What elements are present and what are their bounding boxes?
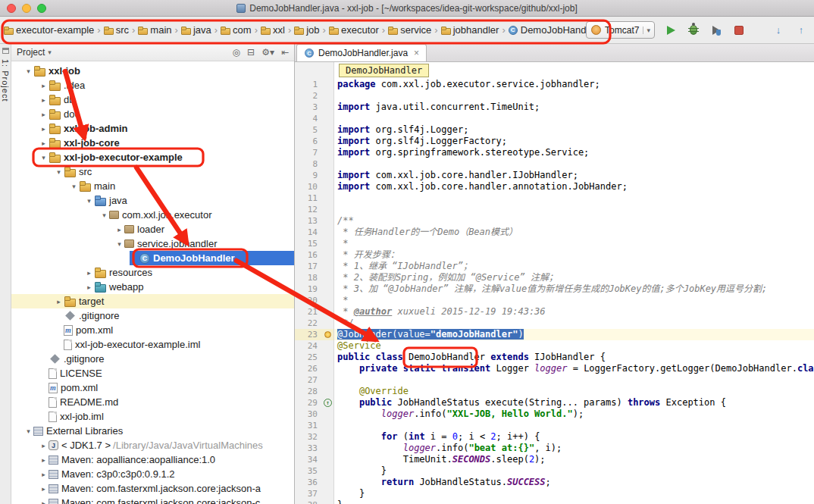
line-number[interactable]: 20 bbox=[295, 295, 322, 306]
code-line[interactable]: 24@Service bbox=[295, 340, 814, 352]
chevron-down-icon[interactable]: ▾ bbox=[48, 49, 52, 56]
project-panel-title[interactable]: Project bbox=[17, 47, 45, 58]
tab-demojobhandler[interactable]: C DemoJobHandler.java × bbox=[296, 44, 427, 61]
chevron-down-icon[interactable]: ▾ bbox=[23, 427, 33, 435]
close-icon[interactable]: × bbox=[414, 48, 419, 58]
code-line[interactable]: 14 * 任务Handler的一个Demo（Bean模式） bbox=[295, 227, 814, 238]
code-text[interactable]: * 3、加 “@JobHander” 注解，注解value值为新增任务生成的Jo… bbox=[334, 283, 814, 295]
line-number[interactable]: 16 bbox=[295, 249, 322, 261]
chevron-right-icon[interactable]: ▸ bbox=[39, 442, 49, 449]
code-text[interactable] bbox=[334, 204, 814, 215]
tree-item[interactable]: ▾com.xxl.job.executor bbox=[11, 208, 294, 222]
line-number[interactable]: 14 bbox=[295, 227, 322, 238]
line-number[interactable]: 28 bbox=[295, 386, 322, 397]
run-config-select[interactable]: Tomcat7 ▾ bbox=[586, 21, 655, 39]
breadcrumb-item[interactable]: executor bbox=[327, 23, 381, 37]
chevron-right-icon[interactable]: ▸ bbox=[39, 499, 49, 504]
line-number[interactable]: 35 bbox=[295, 465, 322, 477]
line-number[interactable]: 30 bbox=[295, 409, 322, 420]
code-text[interactable]: import org.slf4j.Logger; bbox=[334, 124, 814, 136]
hide-panel-icon[interactable]: ⇤ bbox=[281, 47, 289, 58]
code-line[interactable]: 25public class DemoJobHandler extends IJ… bbox=[295, 352, 814, 363]
breadcrumb-item[interactable]: main bbox=[136, 23, 174, 37]
line-number[interactable]: 22 bbox=[295, 318, 322, 329]
code-line[interactable]: 6import org.slf4j.LoggerFactory; bbox=[295, 136, 814, 147]
line-number[interactable]: 25 bbox=[295, 352, 322, 363]
line-number[interactable]: 27 bbox=[295, 374, 322, 386]
code-text[interactable]: * 1、继承 “IJobHandler”； bbox=[334, 261, 814, 272]
stop-button[interactable] bbox=[732, 23, 746, 37]
tree-item[interactable]: README.md bbox=[11, 395, 294, 409]
code-text[interactable]: @Service bbox=[334, 340, 814, 352]
code-text[interactable]: import org.slf4j.LoggerFactory; bbox=[334, 136, 814, 147]
code-line[interactable]: 10import com.xxl.job.core.handler.annota… bbox=[295, 181, 814, 193]
breadcrumb-item[interactable]: com bbox=[218, 23, 254, 37]
code-line[interactable]: 2 bbox=[295, 90, 814, 102]
line-number[interactable]: 18 bbox=[295, 272, 322, 283]
line-number[interactable]: 31 bbox=[295, 420, 322, 431]
code-text[interactable]: TimeUnit.SECONDS.sleep(2); bbox=[334, 454, 814, 465]
code-line[interactable]: 34 TimeUnit.SECONDS.sleep(2); bbox=[295, 454, 814, 465]
tree-item[interactable]: .gitignore bbox=[11, 308, 294, 323]
code-line[interactable]: 29↑ public JobHandleStatus execute(Strin… bbox=[295, 397, 814, 409]
code-text[interactable]: logger.info("XXL-JOB, Hello World."); bbox=[334, 409, 814, 420]
line-number[interactable]: 17 bbox=[295, 261, 322, 272]
code-text[interactable] bbox=[334, 90, 814, 102]
chevron-right-icon[interactable]: ▸ bbox=[84, 283, 94, 291]
coverage-button[interactable] bbox=[709, 23, 723, 37]
override-marker-icon[interactable]: ↑ bbox=[324, 399, 332, 407]
chevron-right-icon[interactable]: ▸ bbox=[114, 226, 124, 233]
vcs-update-button[interactable]: ↓ bbox=[772, 23, 785, 37]
editor[interactable]: DemoJobHandler 1package com.xxl.job.exec… bbox=[295, 62, 814, 504]
chevron-right-icon[interactable]: ▸ bbox=[39, 139, 49, 147]
code-line[interactable]: 9import com.xxl.job.core.handler.IJobHan… bbox=[295, 170, 814, 181]
breadcrumb-item[interactable]: executor-example bbox=[2, 23, 96, 37]
vcs-commit-button[interactable]: ↑ bbox=[794, 23, 808, 37]
line-number[interactable]: 24 bbox=[295, 340, 322, 352]
chevron-right-icon[interactable]: ▸ bbox=[39, 82, 49, 89]
tree-item[interactable]: xxl-job-executor-example.iml bbox=[11, 337, 294, 352]
tree-item[interactable]: ▾main bbox=[11, 179, 294, 193]
tree-item[interactable]: xxl-job.iml bbox=[11, 409, 294, 424]
code-line[interactable]: 4 bbox=[295, 113, 814, 124]
chevron-down-icon[interactable]: ▾ bbox=[114, 240, 124, 248]
tree-item[interactable]: ▸db bbox=[11, 92, 294, 107]
chevron-down-icon[interactable]: ▾ bbox=[69, 183, 79, 190]
tree-item[interactable]: mpom.xml bbox=[11, 323, 294, 337]
code-text[interactable]: */ bbox=[334, 318, 814, 329]
code-line[interactable]: 32 for (int i = 0; i < 2; i++) { bbox=[295, 431, 814, 443]
breadcrumb-item[interactable]: src bbox=[102, 23, 131, 37]
editor-breadcrumb-tag[interactable]: DemoJobHandler bbox=[339, 64, 429, 77]
code-line[interactable]: 36 return JobHandleStatus.SUCCESS; bbox=[295, 477, 814, 488]
code-text[interactable]: /** bbox=[334, 215, 814, 227]
breadcrumb-item[interactable]: java bbox=[179, 23, 214, 37]
chevron-down-icon[interactable]: ▾ bbox=[84, 197, 94, 205]
code-line[interactable]: 31 bbox=[295, 420, 814, 431]
code-text[interactable] bbox=[334, 193, 814, 204]
code-line[interactable]: 11 bbox=[295, 193, 814, 204]
line-number[interactable]: 37 bbox=[295, 488, 322, 499]
chevron-right-icon[interactable]: ▸ bbox=[39, 111, 49, 118]
chevron-right-icon[interactable]: ▸ bbox=[39, 456, 49, 464]
line-number[interactable]: 11 bbox=[295, 193, 322, 204]
debug-button[interactable] bbox=[687, 23, 700, 37]
tree-item[interactable]: ▸loader bbox=[11, 222, 294, 236]
line-number[interactable]: 21 bbox=[295, 306, 322, 318]
line-number[interactable]: 15 bbox=[295, 238, 322, 249]
code-text[interactable]: * 开发步骤： bbox=[334, 249, 814, 261]
chevron-down-icon[interactable]: ▾ bbox=[99, 211, 109, 219]
code-line[interactable]: 35 } bbox=[295, 465, 814, 477]
line-number[interactable]: 38 bbox=[295, 499, 322, 504]
chevron-right-icon[interactable]: ▸ bbox=[39, 471, 49, 478]
code-text[interactable]: import java.util.concurrent.TimeUnit; bbox=[334, 102, 814, 113]
line-number[interactable]: 3 bbox=[295, 102, 322, 113]
breadcrumb-item[interactable]: job bbox=[292, 23, 321, 37]
chevron-right-icon[interactable]: ▸ bbox=[84, 269, 94, 277]
tree-item[interactable]: ▸xxl-job-core bbox=[11, 136, 294, 150]
chevron-down-icon[interactable]: ▾ bbox=[23, 67, 33, 75]
code-text[interactable]: return JobHandleStatus.SUCCESS; bbox=[334, 477, 814, 488]
code-line[interactable]: 13/** bbox=[295, 215, 814, 227]
line-number[interactable]: 33 bbox=[295, 443, 322, 454]
code-text[interactable]: for (int i = 0; i < 2; i++) { bbox=[334, 431, 814, 443]
tree-item[interactable]: ▾External Libraries bbox=[11, 424, 294, 438]
